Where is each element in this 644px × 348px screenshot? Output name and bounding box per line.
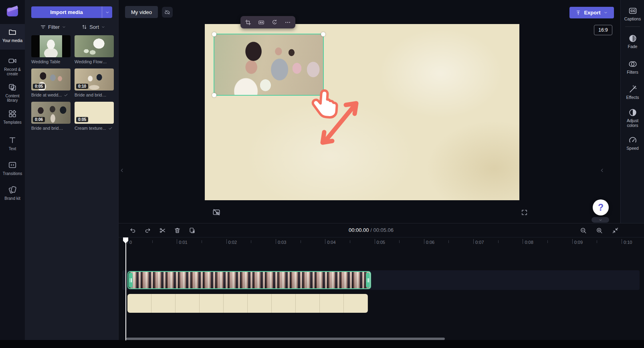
- delete-icon: [174, 227, 181, 234]
- ruler-tick-minor: [498, 240, 499, 243]
- wedding-clip-image[interactable]: [214, 34, 323, 95]
- import-media-dropdown-button[interactable]: [102, 6, 112, 18]
- timeline-ruler[interactable]: 00:010:020:030:040:050:060:070:080:090:1…: [119, 237, 644, 247]
- selection-handle-top-left[interactable]: [212, 32, 216, 36]
- export-button[interactable]: Export: [569, 7, 614, 18]
- import-media-button[interactable]: Import media: [31, 6, 112, 18]
- ruler-label: 0: [129, 240, 132, 245]
- rail-item-speed[interactable]: Speed: [621, 136, 644, 151]
- preview-canvas: [205, 24, 519, 200]
- brand-kit-icon: [8, 185, 17, 194]
- ruler-label: 0:04: [327, 240, 335, 245]
- filter-label: Filter: [48, 24, 60, 30]
- rail-item-fade[interactable]: Fade: [621, 34, 644, 49]
- filters-icon: [628, 60, 637, 68]
- selected-clip[interactable]: [214, 34, 324, 96]
- timeline-background-clip[interactable]: [127, 294, 368, 313]
- transitions-icon: [8, 161, 17, 169]
- adjust-colors-icon: [628, 108, 637, 117]
- fullscreen-button[interactable]: [520, 208, 528, 216]
- crop-button[interactable]: [242, 17, 254, 28]
- sidebar-item-your-media[interactable]: Your media: [0, 24, 25, 50]
- ruler-tick-minor: [399, 240, 400, 243]
- ruler-tick: [276, 239, 276, 244]
- cloud-off-icon: [164, 9, 170, 16]
- pip-off-icon: [212, 208, 220, 216]
- duration-badge: 0:06: [33, 117, 45, 122]
- media-thumbnail-cream-texture[interactable]: 0:05: [75, 102, 114, 124]
- sort-icon: [81, 24, 87, 30]
- aspect-ratio-badge[interactable]: 16:9: [594, 25, 612, 35]
- sidebar-item-text[interactable]: Text: [0, 132, 25, 152]
- selection-handle-bottom-left[interactable]: [212, 93, 216, 97]
- selection-handle-top-right[interactable]: [321, 32, 325, 36]
- timeline-video-clip[interactable]: [127, 271, 371, 289]
- more-options-button[interactable]: [282, 17, 293, 28]
- split-button[interactable]: [157, 225, 168, 235]
- delete-button[interactable]: [172, 225, 182, 235]
- captions-icon: [628, 6, 637, 15]
- trim-handle-left[interactable]: [129, 273, 133, 288]
- media-card[interactable]: 0:05Cream texture...: [75, 102, 114, 131]
- rotate-button[interactable]: [269, 17, 280, 28]
- timeline-edit-buttons: [127, 225, 197, 235]
- media-card[interactable]: 0:05Bride at wedd...: [31, 68, 71, 98]
- rail-item-filters[interactable]: Filters: [621, 60, 644, 75]
- rail-item-label: Filters: [627, 70, 638, 75]
- rail-divider: [625, 26, 640, 27]
- sidebar-item-transitions[interactable]: Transitions: [0, 157, 25, 179]
- playhead[interactable]: [123, 237, 129, 340]
- timeline-fit-button[interactable]: [610, 225, 620, 235]
- collapse-right-panel-button[interactable]: [599, 164, 605, 176]
- clipchamp-logo-icon[interactable]: [6, 4, 19, 18]
- sort-button[interactable]: Sort: [79, 24, 108, 30]
- fit-button[interactable]: [256, 17, 267, 28]
- rail-item-adjust-colors[interactable]: Adjust colors: [621, 108, 644, 128]
- export-label: Export: [584, 10, 600, 16]
- undo-button[interactable]: [127, 225, 138, 235]
- filter-button[interactable]: Filter: [38, 24, 69, 30]
- timeline-zoom-in-button[interactable]: [594, 225, 604, 235]
- ruler-tick-minor: [251, 240, 251, 243]
- media-thumbnail-wedding-table[interactable]: [31, 35, 71, 57]
- media-card[interactable]: Wedding Table: [31, 35, 71, 65]
- chevron-down-icon: [62, 25, 66, 29]
- collapse-media-panel-button[interactable]: [119, 164, 125, 176]
- picture-in-picture-off-button[interactable]: [212, 207, 221, 217]
- rail-item-captions[interactable]: Captions: [621, 6, 644, 22]
- sidebar-item-templates[interactable]: Templates: [0, 106, 25, 129]
- chevron-left-icon: [600, 168, 605, 173]
- check-icon: [64, 93, 68, 97]
- timeline-zoom-out-button[interactable]: [578, 225, 588, 235]
- duplicate-button[interactable]: [187, 225, 197, 235]
- media-thumbnail-bride-groom-confetti[interactable]: 0:10: [75, 68, 114, 91]
- clip-floating-toolbar: [240, 16, 295, 28]
- cloud-backup-off-button[interactable]: [162, 7, 173, 18]
- media-card[interactable]: Wedding Flowers: [75, 35, 114, 65]
- rail-item-label: Adjust colors: [622, 119, 644, 128]
- media-thumbnail-wedding-flowers[interactable]: [75, 35, 114, 57]
- sidebar-item-content-library[interactable]: Content library: [0, 79, 25, 105]
- project-title-tab[interactable]: My video: [125, 6, 158, 18]
- sidebar-item-label: Templates: [3, 120, 22, 125]
- fullscreen-icon: [521, 209, 528, 216]
- ruler-tick: [177, 239, 177, 244]
- help-collapse-button[interactable]: [592, 217, 609, 223]
- ruler-label: 0:08: [525, 240, 533, 245]
- rail-item-effects[interactable]: Effects: [621, 85, 644, 100]
- ruler-label: 0:10: [624, 240, 632, 245]
- media-card[interactable]: 0:10Bride and brideg...: [75, 68, 114, 98]
- media-thumbnail-bride-groom-ceremony[interactable]: 0:06: [31, 102, 71, 124]
- trim-handle-right[interactable]: [366, 273, 370, 288]
- sidebar-item-record-create[interactable]: Record & create: [0, 53, 25, 79]
- rail-item-label: Effects: [626, 95, 639, 100]
- ruler-label: 0:05: [377, 240, 385, 245]
- ruler-label: 0:09: [574, 240, 583, 245]
- redo-button[interactable]: [142, 225, 153, 235]
- chevron-down-icon: [598, 218, 603, 222]
- help-button[interactable]: ?: [593, 199, 609, 215]
- media-card[interactable]: 0:06Bride and brideg...: [31, 102, 71, 131]
- filter-sort-row: Filter Sort: [31, 22, 112, 31]
- media-thumbnail-bride-walking[interactable]: 0:05: [31, 68, 71, 91]
- sidebar-item-brand-kit[interactable]: Brand kit: [0, 182, 25, 204]
